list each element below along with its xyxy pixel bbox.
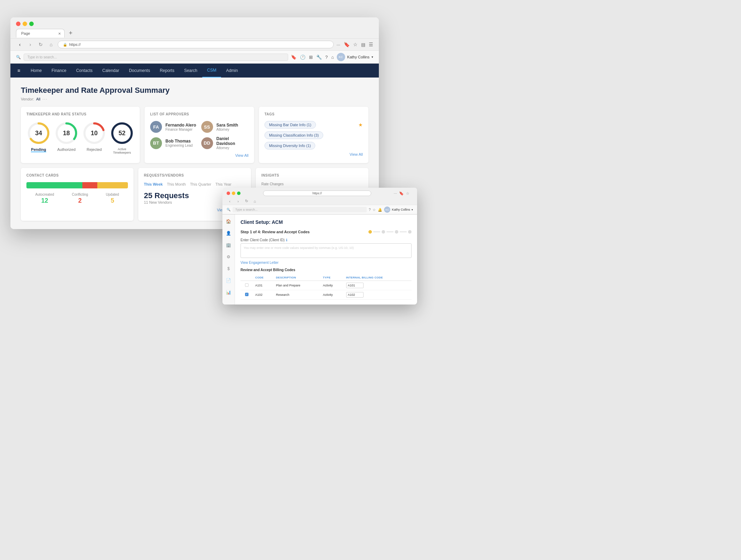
sec-avatar: KC [384, 206, 390, 213]
sidebar-icon-settings[interactable]: ⚙ [225, 253, 232, 260]
close-window-button[interactable] [16, 22, 21, 26]
sec-maximize-button[interactable] [237, 192, 241, 195]
approvers-card: LIST OF APPROVERS FA Fernando Alero Fina… [145, 107, 254, 163]
sec-minimize-button[interactable] [232, 192, 235, 195]
tag-star-bar-date[interactable]: ★ [358, 122, 363, 128]
contact-cards-title: CONTACT CARDS [26, 173, 128, 177]
sidebar-icon-building[interactable]: 🏢 [225, 242, 232, 249]
sec-help-icon[interactable]: ? [369, 208, 371, 212]
nav-item-search[interactable]: Search [179, 64, 202, 78]
internal-input-a101[interactable] [346, 283, 364, 288]
cell-internal-a102 [344, 290, 412, 300]
stat-autocreated: Autocreated 12 [35, 193, 54, 204]
home-button[interactable]: ⌂ [47, 41, 55, 48]
star-icon[interactable]: ☆ [353, 42, 358, 47]
info-icon: ℹ [286, 238, 287, 242]
nav-item-contacts[interactable]: Contacts [71, 64, 97, 78]
new-tab-button[interactable]: + [66, 28, 75, 38]
sec-close-button[interactable] [227, 192, 230, 195]
col-header-type[interactable]: TYPE [321, 275, 344, 281]
home-toolbar-icon[interactable]: ⌂ [331, 55, 334, 60]
donut-authorized[interactable]: 18 Authorized [54, 121, 79, 152]
sidebar-icon-charts[interactable]: 📊 [225, 289, 232, 296]
row-checkbox-a102[interactable] [245, 293, 249, 296]
maximize-window-button[interactable] [29, 22, 34, 26]
active-tab[interactable]: Page × [16, 29, 65, 38]
step-line-3 [400, 232, 407, 232]
cell-code-a101: A101 [253, 281, 274, 290]
tab-this-month[interactable]: This Month [167, 182, 186, 186]
more-icon[interactable]: ··· [336, 42, 340, 47]
nav-item-csm[interactable]: CSM [202, 64, 221, 78]
nav-item-documents[interactable]: Documents [124, 64, 155, 78]
approvers-view-all[interactable]: View All [150, 153, 249, 157]
sec-user-info[interactable]: KC Kathy Collins ▾ [384, 206, 413, 213]
contact-segment-updated [97, 182, 128, 188]
sidebar-icon-docs[interactable]: 📄 [225, 277, 232, 284]
nav-item-home[interactable]: Home [26, 64, 47, 78]
tab-this-year[interactable]: This Year [215, 182, 231, 186]
forward-button[interactable]: › [26, 41, 34, 48]
back-button[interactable]: ‹ [16, 41, 24, 48]
cell-desc-a102: Research [274, 290, 321, 300]
menu-icon[interactable]: ☰ [369, 42, 373, 47]
wrench-icon[interactable]: 🔧 [316, 55, 322, 60]
sec-more-icon[interactable]: ··· [394, 191, 397, 195]
bookmark-icon[interactable]: 🔖 [344, 42, 350, 47]
client-code-input[interactable]: You may enter one or more code values se… [241, 243, 412, 258]
step-dot-1 [368, 230, 372, 234]
address-bar[interactable]: 🔒 https:// [58, 41, 334, 48]
sec-reload-button[interactable]: ↻ [243, 199, 250, 203]
tags-card-title: TAGS [264, 112, 363, 116]
engagement-letter-link[interactable]: View Engagement Letter [241, 261, 412, 265]
step-dot-2 [382, 230, 385, 234]
donut-rejected[interactable]: 10 Rejected [82, 121, 106, 152]
page-title: Timekeeper and Rate Approval Summary [21, 86, 368, 95]
sec-settings-icon[interactable]: ☆ [373, 208, 376, 212]
donut-pending-label: Pending [31, 147, 46, 152]
user-info[interactable]: KC Kathy Collins ▾ [337, 53, 373, 61]
hamburger-icon[interactable]: ≡ [17, 68, 20, 73]
sec-search-input[interactable]: Type a search... [233, 207, 367, 212]
nav-item-admin[interactable]: Admin [221, 64, 243, 78]
reader-icon[interactable]: ▤ [361, 42, 365, 47]
sidebar-icon-home[interactable]: 🏠 [225, 218, 232, 225]
tag-badge-bar-date[interactable]: Missing Bar Date Info (1) [264, 121, 316, 129]
tab-close-button[interactable]: × [58, 31, 61, 36]
approver-name-daniel: Daniel Davidson [217, 136, 249, 146]
tags-view-all[interactable]: View All [264, 152, 363, 156]
minimize-window-button[interactable] [23, 22, 27, 26]
tag-badge-diversity[interactable]: Missing Diversity Info (1) [264, 142, 315, 149]
sec-bookmark-icon[interactable]: 🔖 [399, 191, 404, 196]
help-icon[interactable]: ? [325, 55, 328, 60]
clock-icon[interactable]: 🕐 [300, 55, 306, 60]
bookmark-toolbar-icon[interactable]: 🔖 [291, 55, 296, 60]
sec-back-button[interactable]: ‹ [227, 199, 233, 203]
nav-item-reports[interactable]: Reports [155, 64, 179, 78]
tab-this-week[interactable]: This Week [144, 182, 163, 186]
sec-star-icon[interactable]: ☆ [406, 191, 409, 196]
nav-item-finance[interactable]: Finance [47, 64, 71, 78]
tag-badge-classification[interactable]: Missing Classification Info (3) [264, 131, 323, 139]
reload-button[interactable]: ↻ [37, 41, 44, 48]
col-header-internal[interactable]: INTERNAL BILLING CODE [344, 275, 412, 281]
sec-forward-button[interactable]: › [235, 199, 241, 203]
sec-notification-icon[interactable]: 🔔 [378, 208, 382, 212]
col-header-description[interactable]: DESCRIPTION [274, 275, 321, 281]
apps-icon[interactable]: ⊞ [309, 55, 313, 60]
tab-this-quarter[interactable]: This Quarter [190, 182, 211, 186]
sidebar-icon-billing[interactable]: $ [225, 265, 232, 272]
sec-home-button[interactable]: ⌂ [252, 199, 258, 203]
donut-pending[interactable]: 34 Pending [26, 121, 51, 152]
step-dot-3 [395, 230, 398, 234]
vendor-options-icon[interactable]: ··· [42, 97, 48, 101]
sidebar-icon-user[interactable]: 👤 [225, 230, 232, 237]
toolbar-search-input[interactable]: Type in to search... [24, 54, 288, 61]
avatar-initials: KC [339, 55, 343, 59]
row-checkbox-a101[interactable] [245, 283, 249, 287]
col-header-code[interactable]: CODE [253, 275, 274, 281]
vendor-value[interactable]: All [36, 97, 40, 101]
internal-input-a102[interactable] [346, 292, 364, 298]
nav-item-calendar[interactable]: Calendar [97, 64, 124, 78]
donut-active[interactable]: 52 Active Timekeepers [110, 121, 134, 154]
